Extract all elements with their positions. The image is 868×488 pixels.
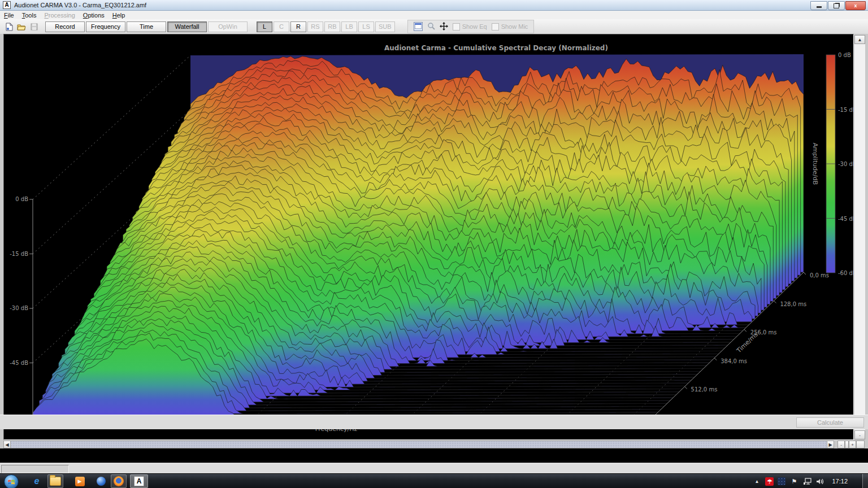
volume-icon[interactable] — [815, 477, 824, 486]
show-eq-checkbox: Show Eq — [453, 23, 487, 30]
bottom-panel: Calculate — [0, 415, 868, 429]
new-file-icon — [6, 23, 13, 31]
vertical-scrollbar[interactable]: ▲ - — [854, 35, 865, 439]
plot-area: 0 dB-15 dB-30 dB-45 dB-60 dB20 Hz50 Hz10… — [3, 34, 854, 440]
menu-options[interactable]: Options — [79, 11, 108, 19]
svg-text:-45 dB: -45 dB — [10, 360, 28, 366]
zoom-tool-button — [427, 22, 435, 31]
taskbar-explorer[interactable] — [47, 474, 63, 488]
view-record-button[interactable]: Record — [45, 21, 85, 32]
open-folder-icon — [17, 23, 26, 30]
taskbar-carma[interactable]: A — [130, 474, 148, 488]
system-tray: ▲ ☂ ⚑ 17:12 — [752, 474, 848, 488]
scroll-up-icon: ▲ — [858, 37, 862, 42]
network-share-icon[interactable] — [778, 477, 785, 485]
client-area: 0 dB-15 dB-30 dB-45 dB-60 dB20 Hz50 Hz10… — [0, 34, 868, 448]
save-button — [28, 21, 40, 32]
channel-rb-button: RB — [324, 21, 340, 32]
scroll-left-icon: ◀ — [5, 442, 8, 447]
window-title: Audionet CARMA V3.0 - Carma_EQ301212.amf — [14, 2, 146, 8]
titlebar: A Audionet CARMA V3.0 - Carma_EQ301212.a… — [0, 0, 868, 11]
menu-processing: Processing — [40, 11, 79, 19]
plus-icon: + — [851, 442, 854, 447]
svg-text:-15 dB: -15 dB — [838, 107, 853, 113]
carma-app-icon: A — [134, 476, 144, 486]
vertical-zoom-out-button[interactable]: - — [854, 430, 865, 439]
svg-text:128,0 ms: 128,0 ms — [780, 301, 806, 307]
csd-waterfall-plot: 0 dB-15 dB-30 dB-45 dB-60 dB20 Hz50 Hz10… — [4, 34, 853, 439]
menu-help[interactable]: Help — [108, 11, 129, 19]
open-file-button[interactable] — [16, 21, 27, 32]
progress-box — [1, 465, 69, 473]
menu-file[interactable]: File — [0, 11, 18, 19]
network-icon[interactable] — [802, 477, 811, 486]
toolbar: Record Frequency Time Waterfall OpWin L … — [0, 19, 868, 34]
minus-icon: - — [840, 442, 842, 447]
channel-rs-button: RS — [307, 21, 323, 32]
magnifier-icon — [427, 22, 435, 30]
svg-text:Amplitude/dB: Amplitude/dB — [811, 143, 819, 185]
minus-icon: - — [859, 433, 861, 438]
show-mic-checkbox: Show Mic — [492, 23, 528, 30]
save-icon — [31, 23, 38, 30]
scroll-right-button[interactable]: ▶ — [827, 441, 834, 448]
channel-sub-button: SUB — [375, 21, 395, 32]
pan-tool-button[interactable] — [440, 22, 448, 32]
view-opwin-button: OpWin — [208, 21, 248, 32]
scrollbar-track[interactable] — [11, 441, 827, 448]
scroll-up-button[interactable]: ▲ — [854, 35, 865, 44]
taskbar-ie[interactable]: e — [29, 474, 44, 488]
windows-logo-icon — [7, 478, 15, 486]
restore-icon — [834, 3, 839, 8]
internet-explorer-icon: e — [34, 477, 40, 486]
horizontal-scrollbar[interactable]: ◀ ▶ - + — [3, 441, 865, 448]
view-frequency-button[interactable]: Frequency — [86, 21, 125, 32]
avira-icon[interactable]: ☂ — [765, 477, 774, 486]
taskbar-media-player[interactable]: ▶ — [72, 474, 87, 488]
close-icon: x — [854, 3, 857, 8]
view-time-button[interactable]: Time — [127, 21, 166, 32]
channel-c-button: C — [274, 21, 289, 32]
action-center-flag-icon[interactable]: ⚑ — [789, 477, 798, 486]
svg-text:-15 dB: -15 dB — [10, 251, 28, 257]
scrollbar-corner — [856, 441, 865, 448]
svg-text:-30 dB: -30 dB — [838, 161, 853, 167]
zoom-out-button[interactable]: - — [837, 441, 845, 448]
zoom-divider-button[interactable] — [845, 441, 849, 448]
checkbox-icon — [492, 23, 499, 30]
menu-tools[interactable]: Tools — [18, 11, 41, 19]
channel-l-button[interactable]: L — [257, 21, 272, 32]
start-button[interactable] — [4, 474, 19, 488]
zoom-in-button[interactable]: + — [849, 441, 856, 448]
svg-text:0 dB: 0 dB — [838, 52, 851, 58]
calculate-button: Calculate — [796, 417, 864, 428]
network-monitor-icon — [803, 478, 811, 485]
new-file-button[interactable] — [3, 21, 15, 32]
window-layout-button[interactable] — [414, 22, 423, 31]
blue-orb-icon — [97, 477, 106, 486]
checkbox-icon — [453, 23, 460, 30]
svg-text:384,0 ms: 384,0 ms — [721, 358, 747, 364]
show-mic-label: Show Mic — [501, 23, 528, 30]
svg-text:-30 dB: -30 dB — [10, 305, 28, 311]
minimize-button[interactable] — [810, 1, 827, 10]
taskbar-firefox[interactable] — [111, 474, 127, 488]
show-eq-label: Show Eq — [462, 23, 487, 30]
svg-text:Audionet Carma - Cumulative Sp: Audionet Carma - Cumulative Spectral Dec… — [384, 44, 608, 52]
show-desktop-button[interactable] — [862, 474, 868, 488]
close-button[interactable]: x — [845, 1, 866, 10]
view-waterfall-button[interactable]: Waterfall — [167, 21, 207, 32]
restore-button[interactable] — [828, 1, 845, 10]
tray-expand-button[interactable]: ▲ — [752, 477, 761, 486]
svg-text:Time/ms: Time/ms — [735, 330, 760, 355]
svg-text:-45 dB: -45 dB — [838, 216, 853, 222]
channel-lb-button: LB — [341, 21, 357, 32]
speaker-icon — [816, 478, 824, 485]
taskbar: e ▶ A ▲ ☂ ⚑ 17:12 — [0, 473, 868, 488]
scroll-left-button[interactable]: ◀ — [3, 441, 11, 448]
taskbar-clock[interactable]: 17:12 — [832, 478, 848, 485]
channel-r-button[interactable]: R — [290, 21, 306, 32]
firefox-icon — [114, 476, 124, 486]
scroll-right-icon: ▶ — [828, 442, 832, 447]
taskbar-blue-app[interactable] — [94, 474, 108, 488]
